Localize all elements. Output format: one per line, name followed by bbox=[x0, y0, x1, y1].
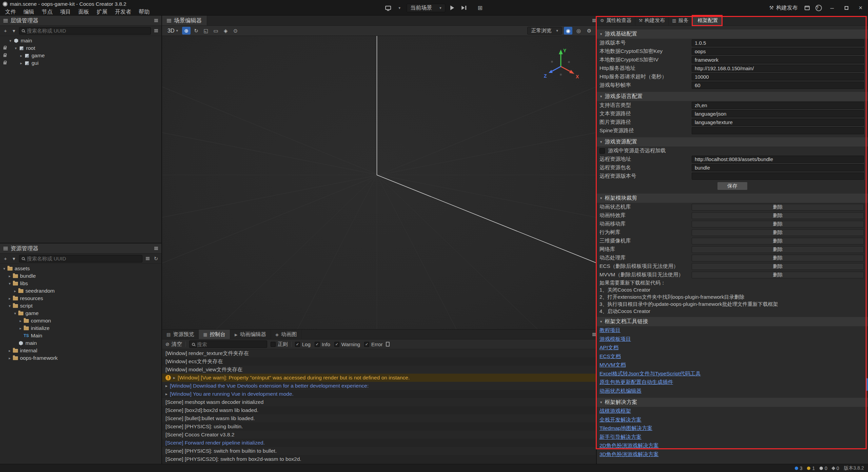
lock-icon[interactable] bbox=[3, 47, 6, 50]
create-node-button[interactable]: + bbox=[2, 27, 9, 34]
expand-chevron[interactable] bbox=[7, 296, 12, 301]
doc-link[interactable]: ECS文档 bbox=[599, 353, 621, 360]
log-filter-checkbox[interactable] bbox=[315, 342, 320, 347]
console-tab[interactable]: 动画编辑器 bbox=[230, 330, 271, 339]
panel-options-icon[interactable] bbox=[592, 333, 596, 334]
log-row[interactable]: ▸ [Window] You are running Vue in develo… bbox=[162, 390, 596, 398]
solution-link[interactable]: 3D角色扮演游戏解决方案 bbox=[599, 451, 659, 458]
expand-chevron[interactable] bbox=[18, 326, 23, 331]
delete-module-button[interactable]: 删除 bbox=[692, 255, 864, 261]
inspector-tab[interactable]: 构建发布 bbox=[635, 16, 669, 25]
doc-link[interactable]: MVVM文档 bbox=[599, 361, 626, 369]
refresh-icon[interactable]: ↻ bbox=[153, 255, 159, 262]
menu-item[interactable]: 项目 bbox=[56, 8, 75, 16]
hierarchy-search[interactable] bbox=[19, 27, 151, 35]
hierarchy-node-row[interactable]: main bbox=[0, 37, 161, 44]
preview-device-button[interactable] bbox=[383, 4, 392, 12]
projection-toggle[interactable]: 3D▾ bbox=[165, 28, 181, 34]
section-solutions[interactable]: 框架解决方案 bbox=[597, 398, 868, 407]
field-input[interactable] bbox=[692, 164, 864, 171]
log-row[interactable]: ▸ [Window] ecs文件夹存在 bbox=[162, 357, 596, 366]
log-row[interactable]: ▸ [Scene] [PHYSICS2D]: switch from box2d… bbox=[162, 455, 596, 463]
log-row[interactable]: ▸ [Scene] [PHYSICS]: switch from builtin… bbox=[162, 447, 596, 455]
menu-item[interactable]: 文件 bbox=[1, 8, 20, 16]
create-node-caret[interactable]: ▾ bbox=[11, 27, 17, 34]
expand-chevron[interactable] bbox=[13, 46, 18, 51]
doc-link[interactable]: 教程项目 bbox=[599, 327, 620, 334]
log-filter[interactable]: Info bbox=[315, 341, 330, 347]
play-button[interactable] bbox=[448, 4, 457, 12]
field-input[interactable] bbox=[692, 173, 864, 180]
scene-viewport[interactable]: Y X Z bbox=[162, 36, 596, 329]
regex-checkbox[interactable] bbox=[271, 342, 276, 347]
menu-item[interactable]: 编辑 bbox=[20, 8, 38, 16]
section-game-resource[interactable]: 游戏资源配置 bbox=[597, 137, 868, 146]
preview-device-caret[interactable]: ▾ bbox=[395, 4, 404, 12]
menu-item[interactable]: 帮助 bbox=[135, 8, 153, 16]
error-count-badge[interactable]: 0 bbox=[820, 466, 827, 471]
expand-chevron[interactable] bbox=[13, 289, 18, 293]
scene-gear-button[interactable]: ⚙ bbox=[585, 27, 593, 35]
panel-options-icon[interactable] bbox=[154, 247, 158, 248]
asset-row[interactable]: oops-framework bbox=[0, 354, 161, 362]
inspector-tab[interactable]: 服务 bbox=[669, 16, 692, 25]
menu-item[interactable]: 面板 bbox=[75, 8, 93, 16]
warning-count-badge[interactable]: 1 bbox=[807, 466, 815, 471]
doc-link[interactable]: Excel格式转Json文件与TypeScript代码工具 bbox=[599, 370, 701, 377]
log-row[interactable]: ▸ [Scene] [bullet]:bullet wasm lib loade… bbox=[162, 414, 596, 422]
field-input[interactable] bbox=[692, 156, 864, 163]
expand-chevron[interactable] bbox=[7, 304, 12, 308]
delete-module-button[interactable]: 删除 bbox=[692, 263, 864, 270]
console-tab[interactable]: 动画图 bbox=[271, 330, 302, 339]
field-input[interactable] bbox=[692, 73, 864, 80]
hierarchy-node-row[interactable]: gui bbox=[0, 59, 161, 67]
log-row[interactable]: ▸ [Scene] [box2d]:box2d wasm lib loaded. bbox=[162, 406, 596, 414]
log-row[interactable]: ▸ [Scene] Cocos Creator v3.8.2 bbox=[162, 431, 596, 439]
anchor-tool-button[interactable]: ◈ bbox=[221, 27, 230, 35]
panel-options-icon[interactable] bbox=[592, 19, 596, 20]
camera-settings-button[interactable]: ◎ bbox=[574, 27, 583, 35]
expand-chevron[interactable] bbox=[7, 349, 12, 353]
asset-row[interactable]: Main bbox=[0, 332, 161, 339]
field-input[interactable] bbox=[692, 110, 864, 117]
remote-load-checkbox[interactable] bbox=[599, 148, 605, 154]
log-filter[interactable]: Error bbox=[364, 341, 382, 347]
expand-chevron[interactable] bbox=[8, 39, 13, 43]
hierarchy-search-input[interactable] bbox=[27, 28, 148, 34]
log-row[interactable]: ▸ [Window] [Vue warn]: Property "onInput… bbox=[162, 374, 596, 382]
expand-arrow[interactable]: ▸ bbox=[173, 375, 175, 380]
section-game-basic[interactable]: 游戏基础配置 bbox=[597, 29, 868, 39]
log-row[interactable]: ▸ [Window] render_texture文件夹存在 bbox=[162, 349, 596, 357]
pivot-tool-button[interactable]: ⊙ bbox=[231, 27, 240, 35]
menu-item[interactable]: 开发者 bbox=[111, 8, 135, 16]
section-game-language[interactable]: 游戏多语言配置 bbox=[597, 92, 868, 101]
log-filter[interactable]: Log bbox=[295, 341, 311, 347]
rect-tool-button[interactable]: ▭ bbox=[212, 27, 220, 35]
field-input[interactable] bbox=[692, 82, 864, 89]
scrollbar-thumb[interactable] bbox=[866, 378, 868, 391]
field-input[interactable] bbox=[692, 56, 864, 63]
expand-chevron[interactable] bbox=[19, 61, 24, 65]
expand-arrow[interactable]: ▸ bbox=[165, 383, 167, 388]
clear-console-button[interactable]: ⊘ 清空 bbox=[165, 341, 182, 348]
assets-search-input[interactable] bbox=[27, 256, 140, 261]
log-filter[interactable]: Warning bbox=[334, 341, 360, 347]
hierarchy-node-row[interactable]: game bbox=[0, 52, 161, 59]
expand-chevron[interactable] bbox=[7, 356, 12, 360]
delete-module-button[interactable]: 删除 bbox=[692, 204, 864, 211]
menu-item[interactable]: 扩展 bbox=[93, 8, 111, 16]
regex-toggle[interactable]: 正则 bbox=[271, 341, 288, 348]
lock-icon[interactable] bbox=[3, 55, 6, 57]
doc-link[interactable]: API文档 bbox=[599, 344, 618, 351]
inspector-tab[interactable]: 属性检查器 bbox=[597, 16, 635, 25]
tab-scene-editor[interactable]: 场景编辑器 bbox=[162, 16, 207, 25]
export-log-button[interactable] bbox=[386, 342, 390, 347]
scene-select-dropdown[interactable]: 当前场景 ▾ bbox=[407, 4, 445, 12]
solution-link[interactable]: 战棋游戏框架 bbox=[599, 408, 631, 415]
build-publish-button[interactable]: ⚒ 构建发布 bbox=[767, 3, 801, 12]
log-row[interactable]: ▸ [Scene] [PHYSICS]: using builtin. bbox=[162, 422, 596, 431]
delete-module-button[interactable]: 删除 bbox=[692, 221, 864, 228]
assets-search[interactable] bbox=[19, 255, 142, 262]
log-filter-checkbox[interactable] bbox=[334, 342, 339, 347]
field-input[interactable] bbox=[692, 48, 864, 55]
